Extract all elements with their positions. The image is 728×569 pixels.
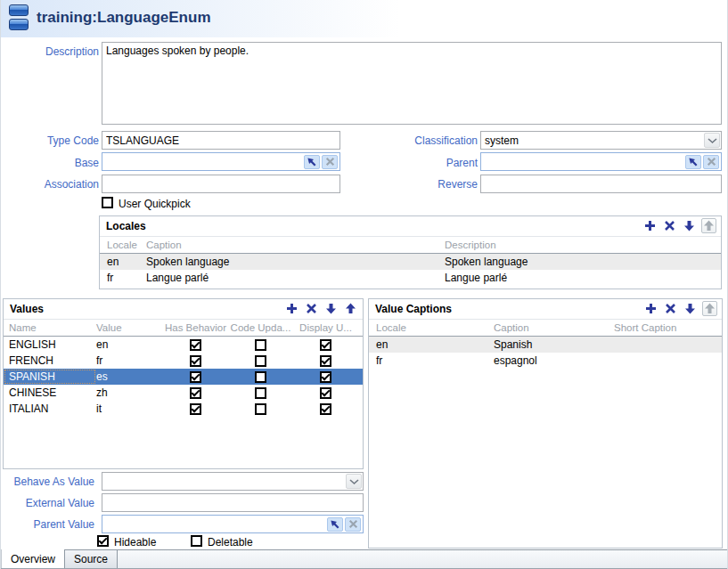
delete-icon[interactable] <box>663 301 678 316</box>
value-row[interactable]: FRENCH fr <box>4 353 363 369</box>
pick-arrow-icon[interactable] <box>685 155 701 169</box>
deletable-label: Deletable <box>208 536 253 549</box>
behave-as-value-label: Behave As Value <box>1 476 94 488</box>
classification-value: system <box>481 134 703 147</box>
user-quickpick-label: User Quickpick <box>119 198 191 210</box>
classification-select[interactable]: system <box>480 131 722 150</box>
external-value-field[interactable] <box>102 493 364 512</box>
add-icon[interactable] <box>284 301 299 316</box>
bottom-tab-bar: Overview Source <box>1 549 727 569</box>
has-behavior-checkbox[interactable] <box>190 387 201 399</box>
enum-editor-window: training:LanguageEnum Description Langua… <box>0 0 728 569</box>
hideable-checkbox[interactable] <box>97 535 109 547</box>
clear-icon[interactable] <box>345 517 361 532</box>
clear-icon[interactable] <box>703 155 719 169</box>
values-panel: Values Name Value Has Behavior Code Upda… <box>3 298 364 469</box>
description-field[interactable]: Languages spoken by people. <box>102 42 722 125</box>
hideable-label: Hideable <box>114 536 156 549</box>
behave-as-value-select[interactable] <box>102 472 364 491</box>
display-update-checkbox[interactable] <box>320 387 331 399</box>
code-update-checkbox[interactable] <box>255 403 266 415</box>
display-update-checkbox[interactable] <box>320 339 331 351</box>
has-behavior-checkbox[interactable] <box>190 371 201 383</box>
reverse-label: Reverse <box>357 178 478 191</box>
value-row[interactable]: SPANISH es <box>4 369 363 385</box>
display-update-checkbox[interactable] <box>320 403 331 415</box>
description-label: Description <box>1 45 99 58</box>
display-update-checkbox[interactable] <box>320 371 331 383</box>
pick-arrow-icon[interactable] <box>327 517 343 532</box>
values-panel-title: Values <box>4 299 363 320</box>
move-down-icon[interactable] <box>683 301 698 316</box>
column-header[interactable]: Locale <box>369 320 494 336</box>
value-captions-panel-title: Value Captions <box>369 299 722 320</box>
parent-value-picker[interactable] <box>102 515 364 533</box>
parent-picker[interactable] <box>480 152 722 171</box>
value-row[interactable]: ENGLISH en <box>4 337 363 353</box>
has-behavior-checkbox[interactable] <box>190 355 201 367</box>
parent-label: Parent <box>357 157 478 169</box>
locales-column-headers: Locale Caption Description <box>100 237 721 254</box>
reverse-field[interactable] <box>480 175 722 193</box>
caption-row[interactable]: fr espagnol <box>369 353 722 369</box>
deletable-checkbox[interactable] <box>191 535 202 547</box>
value-row[interactable]: CHINESE zh <box>4 385 363 401</box>
values-toolbar <box>284 301 358 316</box>
page-title: training:LanguageEnum <box>37 9 211 27</box>
base-picker[interactable] <box>102 152 340 171</box>
move-up-icon[interactable] <box>343 301 358 316</box>
move-up-icon[interactable] <box>702 301 717 316</box>
chevron-down-icon[interactable] <box>346 474 362 489</box>
display-update-checkbox[interactable] <box>320 355 331 367</box>
value-captions-toolbar <box>643 301 717 316</box>
values-column-headers: Name Value Has Behavior Code Upda... Dis… <box>4 320 363 337</box>
add-icon[interactable] <box>642 218 658 233</box>
column-header[interactable]: Description <box>445 237 721 253</box>
parent-value-label: Parent Value <box>1 518 94 531</box>
column-header[interactable]: Has Behavior <box>163 320 228 336</box>
column-header[interactable]: Display U... <box>293 320 358 336</box>
classification-label: Classification <box>357 134 478 147</box>
move-down-icon[interactable] <box>323 301 339 316</box>
association-field[interactable] <box>102 175 340 193</box>
value-row[interactable]: ITALIAN it <box>4 401 363 417</box>
value-captions-panel: Value Captions Locale Caption Short Capt… <box>368 298 723 549</box>
type-code-label: Type Code <box>1 134 99 147</box>
code-update-checkbox[interactable] <box>255 355 266 367</box>
column-header[interactable]: Code Upda... <box>228 320 293 336</box>
locales-panel: Locales Locale Caption Description en Sp… <box>99 215 722 289</box>
type-code-field[interactable] <box>102 131 340 150</box>
base-label: Base <box>1 157 99 169</box>
delete-icon[interactable] <box>304 301 319 316</box>
clear-icon[interactable] <box>322 155 338 169</box>
value-captions-column-headers: Locale Caption Short Caption <box>369 320 722 337</box>
pick-arrow-icon[interactable] <box>304 155 320 169</box>
chevron-down-icon[interactable] <box>704 133 720 148</box>
has-behavior-checkbox[interactable] <box>190 403 201 415</box>
header: training:LanguageEnum <box>1 0 727 37</box>
locales-panel-title: Locales <box>100 216 721 237</box>
code-update-checkbox[interactable] <box>255 371 266 383</box>
move-up-icon[interactable] <box>701 218 716 233</box>
user-quickpick-checkbox[interactable] <box>102 197 113 208</box>
association-label: Association <box>1 178 99 191</box>
external-value-label: External Value <box>1 497 94 509</box>
tab-source[interactable]: Source <box>65 550 118 568</box>
tab-overview[interactable]: Overview <box>1 549 65 568</box>
column-header[interactable]: Caption <box>494 320 614 336</box>
delete-icon[interactable] <box>662 218 677 233</box>
column-header[interactable]: Name <box>4 320 96 336</box>
has-behavior-checkbox[interactable] <box>190 339 201 351</box>
column-header[interactable]: Locale <box>100 237 146 253</box>
code-update-checkbox[interactable] <box>255 339 266 351</box>
column-header[interactable]: Caption <box>146 237 445 253</box>
add-icon[interactable] <box>643 301 658 316</box>
enum-type-icon <box>9 4 29 30</box>
locale-row[interactable]: en Spoken language Spoken language <box>100 254 721 270</box>
column-header[interactable]: Short Caption <box>614 320 722 336</box>
code-update-checkbox[interactable] <box>255 387 266 399</box>
column-header[interactable]: Value <box>96 320 163 336</box>
caption-row[interactable]: en Spanish <box>369 337 722 353</box>
move-down-icon[interactable] <box>682 218 697 233</box>
locale-row[interactable]: fr Langue parlé Langue parlé <box>100 270 721 286</box>
